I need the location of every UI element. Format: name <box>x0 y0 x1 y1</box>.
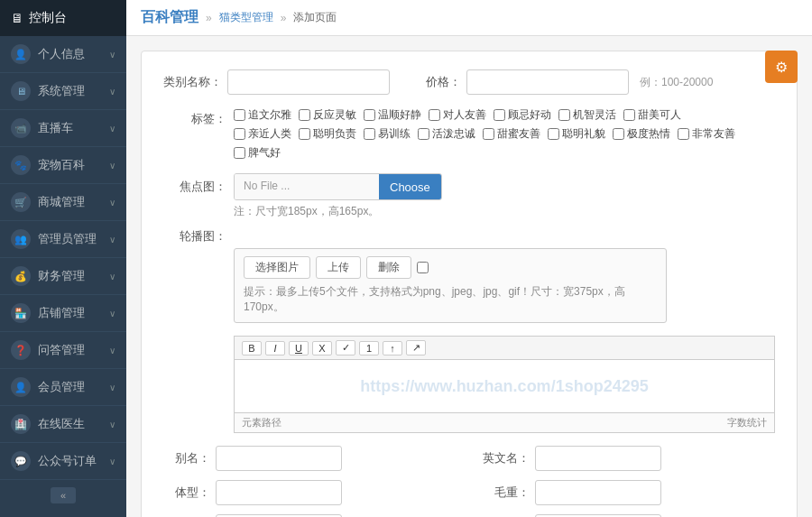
editor-link-button[interactable]: ↗ <box>406 340 426 355</box>
personal-icon: 👤 <box>11 44 31 64</box>
sidebar-item-question[interactable]: ❓ 问答管理 ∨ <box>0 332 126 369</box>
tag-item[interactable]: 甜美可人 <box>623 107 681 123</box>
carousel-upload-button[interactable]: 上传 <box>316 256 361 279</box>
sidebar-item-system[interactable]: 🖥 系统管理 ∨ <box>0 73 126 110</box>
tag-checkbox[interactable] <box>678 128 689 140</box>
tag-item[interactable]: 非常友善 <box>678 126 735 142</box>
price-input[interactable] <box>466 69 629 95</box>
tag-checkbox[interactable] <box>418 128 429 140</box>
tag-item[interactable]: 脾气好 <box>234 145 281 161</box>
tag-item[interactable]: 聪明负责 <box>299 126 356 142</box>
carousel-header: 轮播图： <box>163 228 775 245</box>
tag-item[interactable]: 对人友善 <box>429 107 486 123</box>
tag-item[interactable]: 顾忌好动 <box>494 107 551 123</box>
sidebar-item-live[interactable]: 📹 直播车 ∨ <box>0 110 126 147</box>
editor-list-button[interactable]: 1 <box>359 341 379 355</box>
tag-checkbox[interactable] <box>613 128 624 140</box>
fields-grid: 别名： 英文名： 体型： 毛重： 寿命： <box>163 446 775 517</box>
tag-item[interactable]: 机智灵活 <box>558 107 616 123</box>
sidebar-item-pet-wiki[interactable]: 🐾 宠物百科 ∨ <box>0 147 126 184</box>
alias-row: 别名： <box>163 446 456 471</box>
carousel-select-button[interactable]: 选择图片 <box>244 256 310 279</box>
sidebar-item-label: 在线医生 <box>38 416 85 432</box>
sidebar-item-member[interactable]: 👤 会员管理 ∨ <box>0 369 126 406</box>
fur-input[interactable] <box>535 480 661 505</box>
question-icon: ❓ <box>11 340 31 360</box>
editor-italic-button[interactable]: I <box>265 341 285 355</box>
carousel-checkbox[interactable] <box>417 262 429 273</box>
sidebar-item-label: 直播车 <box>38 120 73 136</box>
tag-checkbox[interactable] <box>483 128 494 140</box>
tag-checkbox[interactable] <box>299 109 310 121</box>
tag-item[interactable]: 活泼忠诚 <box>418 126 475 142</box>
sidebar-item-personal[interactable]: 👤 个人信息 ∨ <box>0 36 126 73</box>
focus-image-section: 焦点图： No File ... Choose <box>163 173 775 200</box>
editor-path-label: 元素路径 <box>242 416 281 429</box>
breadcrumb-link[interactable]: 猫类型管理 <box>219 10 273 25</box>
tag-checkbox[interactable] <box>364 128 375 140</box>
tag-checkbox[interactable] <box>234 109 245 121</box>
fur-label: 毛重： <box>483 485 530 501</box>
sidebar-collapse-button[interactable]: « <box>51 487 76 503</box>
sidebar-item-store[interactable]: 🏪 店铺管理 ∨ <box>0 295 126 332</box>
editor-check-button[interactable]: ✓ <box>336 340 355 355</box>
file-no-file-text: No File ... <box>235 174 379 199</box>
tag-item[interactable]: 易训练 <box>364 126 411 142</box>
sidebar-item-label: 公众号订单 <box>38 453 97 469</box>
settings-gear-button[interactable]: ⚙ <box>765 51 798 83</box>
tag-checkbox[interactable] <box>623 109 635 121</box>
category-name-input[interactable] <box>227 69 390 95</box>
editor-indent-button[interactable]: ↑ <box>383 341 402 355</box>
sidebar-item-doctor[interactable]: 🏥 在线医生 ∨ <box>0 406 126 443</box>
tag-checkbox[interactable] <box>548 128 559 140</box>
carousel-delete-button[interactable]: 删除 <box>366 256 411 279</box>
tag-item[interactable]: 甜蜜友善 <box>483 126 540 142</box>
sidebar-item-admin[interactable]: 👥 管理员管理 ∨ <box>0 221 126 258</box>
tag-item[interactable]: 亲近人类 <box>234 126 291 142</box>
tag-item[interactable]: 追文尔雅 <box>234 107 291 123</box>
tag-checkbox[interactable] <box>558 109 570 121</box>
sidebar-footer: « <box>0 480 126 511</box>
carousel-buttons: 选择图片 上传 删除 <box>244 256 657 279</box>
focus-label: 焦点图： <box>163 179 226 195</box>
editor-bold-button[interactable]: B <box>242 341 262 355</box>
tag-item[interactable]: 温顺好静 <box>364 107 421 123</box>
price-hint: 例：100-20000 <box>640 75 713 90</box>
finance-icon: 💰 <box>11 266 31 286</box>
sidebar-item-shop[interactable]: 🛒 商城管理 ∨ <box>0 184 126 221</box>
english-label: 英文名： <box>483 450 530 466</box>
sidebar: 🖥 控制台 👤 个人信息 ∨ 🖥 系统管理 ∨ 📹 直播车 ∨ 🐾 宠物百科 ∨… <box>0 0 126 517</box>
tag-checkbox[interactable] <box>234 128 245 140</box>
editor-strikethrough-button[interactable]: X <box>312 341 332 355</box>
member-icon: 👤 <box>11 377 31 397</box>
sidebar-item-label: 宠物百科 <box>38 157 85 173</box>
body-type-row: 体型： <box>163 480 456 505</box>
wechat-icon: 💬 <box>11 451 31 471</box>
tag-checkbox[interactable] <box>299 128 310 140</box>
tag-item[interactable]: 极度热情 <box>613 126 670 142</box>
focus-hint-text: 注：尺寸宽185px，高165px。 <box>234 204 775 219</box>
tag-item[interactable]: 聪明礼貌 <box>548 126 605 142</box>
tag-checkbox[interactable] <box>234 147 245 159</box>
file-choose-button[interactable]: Choose <box>379 174 441 199</box>
editor-underline-button[interactable]: U <box>289 341 309 355</box>
tags-section: 标签： 追文尔雅 反应灵敏 温顺好静 对人友善 顾忌好动 机智灵活 甜美可人 亲… <box>163 107 775 161</box>
doctor-icon: 🏥 <box>11 414 31 434</box>
editor-body[interactable]: https://www.huzhan.com/1shop24295 <box>234 359 775 413</box>
sidebar-item-finance[interactable]: 💰 财务管理 ∨ <box>0 258 126 295</box>
tag-checkbox[interactable] <box>364 109 375 121</box>
sidebar-header-label: 控制台 <box>29 10 67 26</box>
admin-icon: 👥 <box>11 229 31 249</box>
tag-item[interactable]: 反应灵敏 <box>299 107 356 123</box>
carousel-hint-text: 提示：最多上传5个文件，支持格式为png、jpeg、jpg、gif！尺寸：宽37… <box>244 284 657 315</box>
sidebar-item-wechat[interactable]: 💬 公众号订单 ∨ <box>0 443 126 480</box>
sidebar-item-label: 管理员管理 <box>38 231 97 247</box>
tag-checkbox[interactable] <box>429 109 440 121</box>
tag-checkbox[interactable] <box>494 109 505 121</box>
topbar: 百科管理 » 猫类型管理 » 添加页面 <box>126 0 812 36</box>
page-title: 百科管理 <box>141 8 198 27</box>
alias-input[interactable] <box>216 446 342 471</box>
fur-row: 毛重： <box>483 480 775 505</box>
english-name-input[interactable] <box>535 446 661 471</box>
body-type-input[interactable] <box>216 480 342 505</box>
